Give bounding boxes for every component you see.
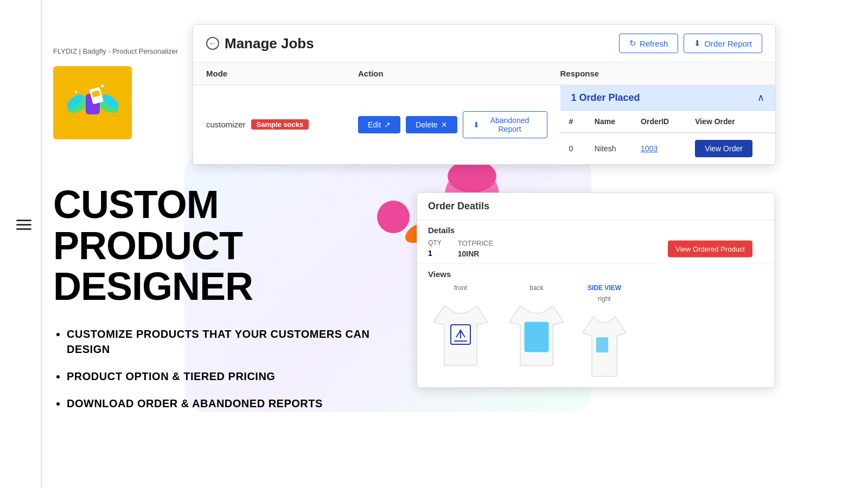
hero-section: CUSTOM PRODUCT DESIGNER CUSTOMIZE PRODUC… xyxy=(53,184,411,423)
hero-bullet-3: DOWNLOAD ORDER & ABANDONED REPORTS xyxy=(67,396,411,411)
front-tshirt-svg xyxy=(428,295,493,371)
response-cell: 1 Order Placed ∧ # Name OrderID View Ord… xyxy=(560,85,776,164)
col-header-response: Response xyxy=(560,69,763,78)
response-header: 1 Order Placed ∧ xyxy=(560,85,776,111)
logo-box: ✦ ✦ xyxy=(53,66,132,139)
details-info: QTY 1 TOTPRICE 10INR xyxy=(428,239,493,258)
order-col-name: Name xyxy=(586,111,632,133)
svg-rect-24 xyxy=(525,322,548,352)
table-header: Mode Action Response xyxy=(193,62,775,85)
view-ordered-product-button[interactable]: View Ordered Product xyxy=(668,240,752,257)
order-details-title: Order Deatils xyxy=(417,193,774,220)
side-view-label: SIDE VIEW xyxy=(588,284,621,292)
order-table: # Name OrderID View Order 0 Nitesh 1003 xyxy=(560,111,776,164)
order-row-view: View Order xyxy=(686,133,775,164)
right-view-item: SIDE VIEW right xyxy=(580,284,629,382)
back-view-label: back xyxy=(529,284,543,292)
order-row-name: Nitesh xyxy=(586,133,632,164)
view-order-button[interactable]: View Order xyxy=(695,140,752,157)
details-row: QTY 1 TOTPRICE 10INR View Ordered Produc… xyxy=(428,239,763,258)
order-row-number: 0 xyxy=(560,133,586,164)
qty-col: QTY 1 xyxy=(428,239,442,258)
views-section-title: Views xyxy=(428,269,763,279)
order-details-panel: Order Deatils Details QTY 1 TOTPRICE 10I… xyxy=(417,192,775,388)
order-col-number: # xyxy=(560,111,586,133)
modal-title: Manage Jobs xyxy=(225,35,314,52)
modal-title-area: ← Manage Jobs xyxy=(206,35,314,52)
modal-header: ← Manage Jobs ↻ Refresh ⬇ Order Report xyxy=(193,25,775,62)
col-header-action: Action xyxy=(358,69,560,78)
hero-title: CUSTOM PRODUCT DESIGNER xyxy=(53,184,411,307)
order-col-id: OrderID xyxy=(632,111,686,133)
delete-x-icon: ✕ xyxy=(441,120,448,129)
side-tshirt-svg xyxy=(580,306,629,382)
browser-tab-label: FLYDIZ | Badgfly - Product Personalizer xyxy=(53,47,178,55)
details-section-title: Details xyxy=(428,226,763,235)
svg-text:✦: ✦ xyxy=(74,89,78,95)
order-col-view: View Order xyxy=(686,111,775,133)
order-report-button[interactable]: ⬇ Order Report xyxy=(684,34,762,53)
qty-value: 1 xyxy=(428,249,442,258)
download-icon: ⬇ xyxy=(694,38,701,48)
svg-rect-25 xyxy=(596,337,608,352)
refresh-icon: ↻ xyxy=(629,38,636,48)
back-button[interactable]: ← xyxy=(206,37,219,50)
action-cell: Edit ↗ Delete ✕ ⬇ Abandoned Report xyxy=(345,85,560,164)
back-view-item: back xyxy=(504,284,569,371)
edit-button[interactable]: Edit ↗ xyxy=(358,116,400,133)
svg-point-11 xyxy=(448,160,496,192)
totprice-label: TOTPRICE xyxy=(458,239,494,247)
response-title: 1 Order Placed xyxy=(571,92,640,104)
order-table-row: 0 Nitesh 1003 View Order xyxy=(560,133,776,164)
qty-label: QTY xyxy=(428,239,442,247)
sample-socks-badge: Sample socks xyxy=(251,119,309,130)
order-row-id: 1003 xyxy=(632,133,686,164)
hero-bullet-1: CUSTOMIZE PRODUCTS THAT YOUR CUSTOMERS C… xyxy=(67,326,411,357)
totprice-value: 10INR xyxy=(458,249,494,258)
chevron-up-icon[interactable]: ∧ xyxy=(757,92,764,104)
front-view-label: front xyxy=(454,284,467,292)
order-id-link[interactable]: 1003 xyxy=(641,144,658,153)
views-section: Views front back xyxy=(417,264,774,387)
sidebar-divider xyxy=(41,0,42,488)
hero-bullets-list: CUSTOMIZE PRODUCTS THAT YOUR CUSTOMERS C… xyxy=(53,326,411,411)
hero-bullet-2: PRODUCT OPTION & TIERED PRICING xyxy=(67,369,411,384)
col-header-mode: Mode xyxy=(206,69,358,78)
refresh-button[interactable]: ↻ Refresh xyxy=(619,34,679,53)
totprice-col: TOTPRICE 10INR xyxy=(458,239,494,258)
logo-svg: ✦ ✦ xyxy=(63,73,123,133)
views-grid: front back xyxy=(428,284,763,382)
hamburger-menu[interactable] xyxy=(16,220,31,230)
manage-jobs-modal: ← Manage Jobs ↻ Refresh ⬇ Order Report M… xyxy=(193,24,776,165)
mode-label: customizer xyxy=(206,120,246,129)
abandoned-report-button[interactable]: ⬇ Abandoned Report xyxy=(463,111,547,138)
delete-button[interactable]: Delete ✕ xyxy=(406,116,457,133)
svg-text:✦: ✦ xyxy=(100,82,105,90)
details-section: Details QTY 1 TOTPRICE 10INR View Ordere… xyxy=(417,220,774,264)
front-view-item: front xyxy=(428,284,493,371)
abandoned-download-icon: ⬇ xyxy=(473,120,480,129)
edit-external-icon: ↗ xyxy=(384,120,391,129)
right-view-label: right xyxy=(598,295,610,303)
back-tshirt-svg xyxy=(504,295,569,371)
modal-header-buttons: ↻ Refresh ⬇ Order Report xyxy=(619,34,762,53)
table-row-container: customizer Sample socks Edit ↗ Delete ✕ … xyxy=(193,85,775,164)
mode-cell: customizer Sample socks xyxy=(193,85,345,164)
